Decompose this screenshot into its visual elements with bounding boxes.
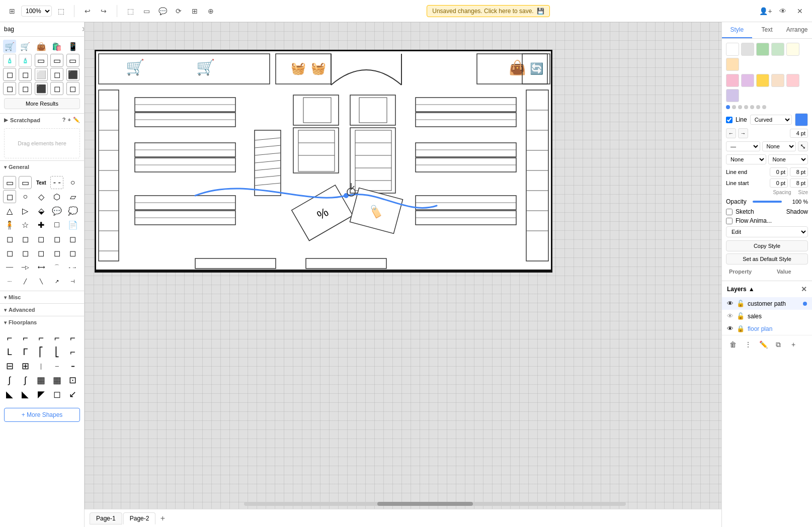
gen-s5[interactable]: ◻ <box>66 232 79 245</box>
gen-s1[interactable]: ◻ <box>3 232 16 245</box>
style-tab[interactable]: Style <box>722 22 752 38</box>
shape-rect-2[interactable]: ▭ <box>50 54 63 67</box>
duplicate-layer-button[interactable]: ⧉ <box>772 338 784 350</box>
sales-visible-icon[interactable]: 👁 <box>727 312 734 320</box>
line-start-pt1[interactable] <box>770 179 788 188</box>
color-swatch-orange[interactable] <box>726 58 739 71</box>
sketch-checkbox[interactable] <box>726 209 733 215</box>
layers-close-button[interactable]: ✕ <box>801 285 807 293</box>
page-tab-2[interactable]: Page-2 <box>123 512 156 524</box>
gen-tri[interactable]: △ <box>3 204 16 217</box>
waypoint-start-select[interactable]: None <box>726 154 766 164</box>
gen-s11[interactable]: ╱ <box>19 275 32 288</box>
gen-ellipse[interactable]: ○ <box>66 176 79 189</box>
layers-header[interactable]: Layers ▲ ✕ <box>722 281 812 297</box>
floorplans-header[interactable]: ▾ Floorplans <box>0 316 84 328</box>
fp-hatching2[interactable]: ▦ <box>50 374 63 387</box>
color-dot-5[interactable] <box>750 105 754 109</box>
shape-sq-4[interactable]: ◻ <box>50 68 63 81</box>
edit-layer-button[interactable]: ✏️ <box>757 338 769 350</box>
line-end-pt1[interactable] <box>770 167 788 177</box>
note-tool-button[interactable]: 💬 <box>155 4 170 18</box>
color-swatch-lilac[interactable] <box>726 89 739 102</box>
h-scrollbar[interactable] <box>244 502 626 506</box>
fp-wall5[interactable]: ⌐ <box>66 331 79 344</box>
layer-item-customer-path[interactable]: 👁 🔓 customer path <box>722 297 812 310</box>
fp-curve1[interactable]: ∫ <box>3 374 16 387</box>
scratchpad-edit-icon[interactable]: ✏️ <box>73 117 80 123</box>
fp-wall8[interactable]: ⎡ <box>35 345 48 359</box>
gen-sq2[interactable]: ◻ <box>3 190 16 203</box>
color-swatch-purple[interactable] <box>741 74 754 87</box>
gen-text[interactable]: Text <box>35 176 48 189</box>
unsaved-banner[interactable]: Unsaved changes. Click here to save. 💾 <box>427 5 549 17</box>
shape-sq-6[interactable]: ◻ <box>3 82 16 95</box>
shape-handbag[interactable]: 👜 <box>35 40 48 53</box>
set-default-button[interactable]: Set as Default Style <box>726 253 808 265</box>
misc-header[interactable]: ▾ Misc <box>0 291 84 303</box>
color-dot-7[interactable] <box>762 105 766 109</box>
shape-rect-3[interactable]: ▭ <box>66 54 79 67</box>
gen-dash2[interactable]: - → <box>66 260 79 274</box>
gen-double[interactable]: ⟷ <box>35 260 48 274</box>
rectangle-tool-button[interactable]: ▭ <box>139 4 153 18</box>
color-swatch-yellow[interactable] <box>786 43 799 56</box>
delete-layer-button[interactable]: 🗑 <box>727 338 739 350</box>
color-swatch-white[interactable] <box>726 43 739 56</box>
gen-s10[interactable]: ◻ <box>66 246 79 259</box>
gen-s6[interactable]: ◻ <box>3 246 16 259</box>
arrow-style-toggle[interactable]: ⤡ <box>798 141 808 151</box>
shape-sq-7[interactable]: ◻ <box>19 82 32 95</box>
fp-wall4[interactable]: ⌐ <box>50 331 63 344</box>
gen-s14[interactable]: ⊣ <box>66 275 79 288</box>
gen-circle[interactable]: ○ <box>19 190 32 203</box>
add-user-button[interactable]: 👤+ <box>759 4 773 18</box>
fp-wall1[interactable]: ⌐ <box>3 331 16 344</box>
fp-stair2[interactable]: ⊞ <box>19 360 32 373</box>
shape-mobile-bag[interactable]: 📱 <box>66 40 79 53</box>
text-tab[interactable]: Text <box>752 22 782 38</box>
shape-bag-tote-selected[interactable]: 🛒 <box>3 40 16 53</box>
fp-tri3[interactable]: ◤ <box>35 388 48 401</box>
gen-rounded[interactable]: ▭ <box>19 176 32 189</box>
copy-style-button[interactable]: Copy Style <box>726 240 808 251</box>
fp-curve2[interactable]: ∫ <box>19 374 32 387</box>
scratchpad-header[interactable]: ▶ Scratchpad ? + ✏️ <box>0 114 84 126</box>
shape-sq-1[interactable]: ◻ <box>3 68 16 81</box>
color-dot-1[interactable] <box>726 105 730 109</box>
shape-sq-2[interactable]: ◻ <box>19 68 32 81</box>
scratchpad-add-icon[interactable]: + <box>68 117 71 123</box>
line-style-left-arrow[interactable]: ← <box>726 128 736 138</box>
fp-wall9[interactable]: ⎣ <box>50 345 63 359</box>
waypoint-end-select[interactable]: None <box>768 154 808 164</box>
shape-rect-1[interactable]: ▭ <box>35 54 48 67</box>
gen-s4[interactable]: ◻ <box>50 232 63 245</box>
fp-dash[interactable]: ─ <box>50 360 63 373</box>
color-dot-6[interactable] <box>756 105 760 109</box>
shape-sq-8[interactable]: ⬛ <box>35 82 48 95</box>
fp-solid[interactable]: ━ <box>66 360 79 373</box>
line-width-input[interactable] <box>790 129 808 138</box>
fp-arrow1[interactable]: ↙ <box>66 388 79 401</box>
more-shapes-button[interactable]: + More Shapes <box>4 408 80 422</box>
gen-s8[interactable]: ◻ <box>35 246 48 259</box>
flow-anim-checkbox[interactable] <box>726 218 733 224</box>
gen-s2[interactable]: ◻ <box>19 232 32 245</box>
color-swatch-red-light[interactable] <box>786 74 799 87</box>
add-tool-button[interactable]: ⊕ <box>204 4 218 18</box>
settings-button[interactable]: ✕ <box>793 4 807 18</box>
canvas-area[interactable]: 🛒 🛒 🧺 🧺 👜 🔄 <box>85 22 721 509</box>
line-end-pt2[interactable] <box>790 167 808 177</box>
color-swatch-green-light[interactable] <box>756 43 769 56</box>
opacity-slider[interactable] <box>753 201 782 203</box>
gen-arrow-r[interactable]: ▷ <box>19 204 32 217</box>
gen-sqx[interactable]: □ <box>50 218 63 231</box>
color-swatch-peach[interactable] <box>771 74 784 87</box>
line-start-pt2[interactable] <box>790 179 808 188</box>
edit-select[interactable]: Edit Copy Style <box>726 226 808 237</box>
gen-note[interactable]: 📄 <box>66 218 79 231</box>
shape-sq-10[interactable]: ◻ <box>66 82 79 95</box>
gen-diamond[interactable]: ◇ <box>35 190 48 203</box>
select-tool-button[interactable]: ⬚ <box>123 4 137 18</box>
fit-page-button[interactable]: ⬚ <box>54 4 68 18</box>
